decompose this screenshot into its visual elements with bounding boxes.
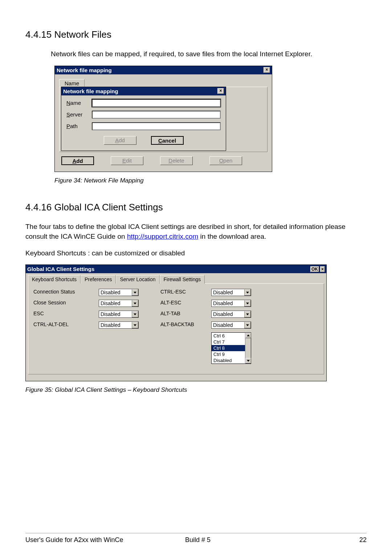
- esc-label: ESC: [33, 311, 99, 316]
- server-label: Server: [66, 111, 92, 118]
- inner-cancel-button[interactable]: Cancel: [151, 136, 184, 145]
- keyboard-shortcuts-note: Keyboard Shortcuts : can be customized o…: [25, 248, 367, 258]
- close-icon[interactable]: ×: [217, 88, 224, 94]
- alt-backtab-label: ALT-BACKTAB: [160, 321, 211, 327]
- ok-button[interactable]: OK: [310, 266, 319, 272]
- inner-dialog: Network file mapping × Name Server Path: [61, 87, 226, 151]
- alt-backtab-combo[interactable]: Disabled: [211, 321, 251, 329]
- chevron-down-icon[interactable]: [244, 311, 251, 317]
- ctrl-alt-del-label: CTRL-ALT-DEL: [33, 321, 99, 327]
- ica-intro-text: The four tabs to define the global ICA C…: [25, 222, 367, 242]
- delete-button[interactable]: Delete: [160, 156, 193, 165]
- figure-35-caption: Figure 35: Global ICA Client Settings – …: [25, 386, 367, 394]
- heading-network-files: 4.4.15 Network Files: [25, 29, 367, 40]
- path-input[interactable]: [92, 122, 221, 130]
- ica-settings-window: Global ICA Client Settings OK × Keyboard…: [25, 264, 327, 381]
- ica-titlebar: Global ICA Client Settings OK ×: [26, 265, 326, 273]
- outer-title: Network file mapping: [57, 67, 112, 73]
- alt-tab-combo[interactable]: Disabled: [211, 311, 251, 318]
- chevron-down-icon[interactable]: [244, 289, 251, 296]
- ica-tab-content: Connection Status Disabled CTRL-ESC Disa…: [28, 283, 324, 374]
- ica-title: Global ICA Client Settings: [27, 266, 94, 272]
- inner-form: Name Server Path Add Cancel: [61, 95, 226, 151]
- outer-titlebar: Network file mapping ×: [55, 66, 272, 74]
- close-session-combo[interactable]: Disabled: [99, 300, 139, 307]
- name-input[interactable]: [92, 99, 221, 107]
- name-label: Name: [66, 100, 92, 106]
- open-button[interactable]: Open: [209, 156, 242, 165]
- alt-tab-label: ALT-TAB: [160, 311, 211, 316]
- server-input[interactable]: [92, 111, 221, 119]
- page-footer: User's Guide for A2xx with WinCe Build #…: [25, 533, 367, 544]
- tab-preferences[interactable]: Preferences: [81, 275, 116, 284]
- add-button[interactable]: Add: [61, 156, 94, 165]
- chevron-down-icon[interactable]: [132, 322, 138, 328]
- close-session-label: Close Session: [33, 300, 99, 305]
- inner-title: Network file mapping: [63, 88, 118, 94]
- tab-frame: Network file mapping × Name Server Path: [59, 87, 268, 152]
- alt-esc-label: ALT-ESC: [160, 300, 211, 305]
- connection-status-label: Connection Status: [33, 289, 99, 295]
- close-icon[interactable]: ×: [264, 67, 270, 73]
- footer-mid: Build # 5: [185, 536, 345, 544]
- ctrl-alt-del-combo[interactable]: Disabled: [99, 321, 139, 329]
- inner-add-button[interactable]: Add: [104, 136, 136, 145]
- heading-ica-settings: 4.4.16 Global ICA Client Settings: [25, 202, 367, 213]
- scrollbar[interactable]: [245, 333, 251, 364]
- ica-body: Keyboard Shortcuts Preferences Server Lo…: [26, 273, 326, 381]
- close-icon[interactable]: ×: [320, 266, 325, 272]
- intro-text: Network files can be mapped, if required…: [51, 49, 367, 59]
- alt-esc-combo[interactable]: Disabled: [211, 300, 251, 307]
- tab-server-location[interactable]: Server Location: [116, 275, 159, 284]
- outer-body: Name Network file mapping × Name Server: [55, 74, 272, 172]
- tab-name[interactable]: Name: [59, 79, 85, 87]
- path-label: Path: [66, 123, 92, 129]
- esc-combo[interactable]: Disabled: [99, 311, 139, 318]
- chevron-down-icon[interactable]: [132, 289, 138, 296]
- tab-keyboard-shortcuts[interactable]: Keyboard Shortcuts: [28, 275, 81, 284]
- ctrl-esc-label: CTRL-ESC: [160, 289, 211, 295]
- connection-status-combo[interactable]: Disabled: [99, 289, 139, 296]
- chevron-down-icon[interactable]: [244, 322, 251, 328]
- footer-page-number: 22: [345, 536, 367, 544]
- scroll-up-icon[interactable]: [245, 333, 251, 338]
- scroll-down-icon[interactable]: [245, 358, 251, 364]
- chevron-down-icon[interactable]: [244, 300, 251, 307]
- ctrl-esc-combo[interactable]: Disabled: [211, 289, 251, 296]
- figure-34-caption: Figure 34: Network File Mapping: [54, 177, 367, 184]
- footer-left: User's Guide for A2xx with WinCe: [25, 536, 185, 544]
- network-file-mapping-window: Network file mapping × Name Network file…: [54, 66, 272, 172]
- chevron-down-icon[interactable]: [132, 300, 138, 307]
- alt-backtab-listbox[interactable]: Ctrl 6 Ctrl 7 Ctrl 8 Ctrl 9 Disabled: [211, 332, 251, 364]
- support-link[interactable]: http://support.citrix.com: [127, 233, 198, 240]
- chevron-down-icon[interactable]: [132, 311, 138, 317]
- inner-titlebar: Network file mapping ×: [61, 87, 226, 95]
- tab-firewall-settings[interactable]: Firewall Settings: [160, 275, 205, 284]
- edit-button[interactable]: Edit: [111, 156, 143, 165]
